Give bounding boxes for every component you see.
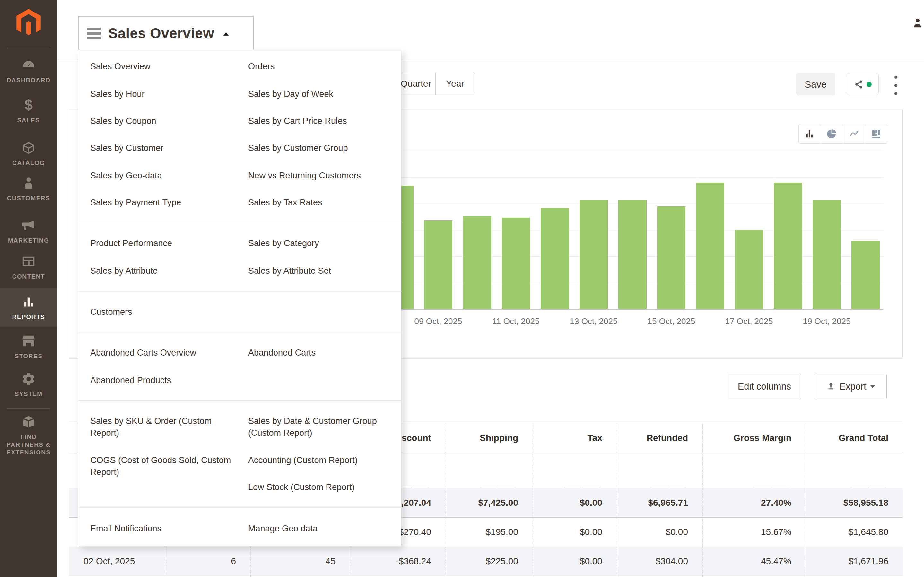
- sidebar-item-dashboard[interactable]: DASHBOARD: [0, 58, 57, 84]
- x-axis-tick: 09 Oct, 2025: [400, 316, 477, 326]
- sidebar-item-catalog[interactable]: CATALOG: [0, 140, 57, 167]
- menu-item[interactable]: Sales by SKU & Order (Custom Report): [90, 415, 236, 439]
- menu-divider: [78, 400, 402, 401]
- menu-item[interactable]: Abandoned Products: [90, 374, 236, 386]
- export-button[interactable]: Export: [814, 374, 887, 399]
- chart-type-line-button[interactable]: [843, 124, 865, 144]
- svg-text:$: $: [24, 98, 33, 113]
- sidebar-item-label: SALES: [0, 116, 57, 124]
- menu-item[interactable]: Low Stock (Custom Report): [248, 481, 394, 493]
- chart-bar[interactable]: [657, 206, 685, 309]
- menu-divider: [78, 332, 402, 332]
- admin-sidebar: DASHBOARD $ SALES CATALOG CUSTOMERS MARK…: [0, 0, 57, 577]
- chart-bar[interactable]: [696, 182, 724, 309]
- dollar-icon: $: [21, 108, 36, 114]
- sidebar-item-stores[interactable]: STORES: [0, 334, 57, 360]
- upload-icon: [826, 382, 836, 391]
- edit-columns-button[interactable]: Edit columns: [728, 374, 801, 399]
- chart-type-pie-button[interactable]: [821, 124, 843, 144]
- magento-logo[interactable]: [14, 8, 44, 39]
- dashboard-icon: [21, 68, 36, 74]
- chart-bar[interactable]: [502, 218, 530, 309]
- chevron-down-icon: [870, 385, 875, 388]
- share-button[interactable]: [847, 73, 879, 95]
- chart-bar[interactable]: [618, 200, 647, 309]
- menu-item[interactable]: Sales by Date & Customer Group (Custom R…: [248, 415, 394, 439]
- sidebar-item-label: MARKETING: [0, 237, 57, 245]
- sidebar-item-system[interactable]: SYSTEM: [0, 372, 57, 398]
- sidebar-item-sales[interactable]: $ SALES: [0, 98, 57, 124]
- menu-item[interactable]: Email Notifications: [90, 523, 236, 535]
- sidebar-item-label: CUSTOMERS: [0, 195, 57, 202]
- sidebar-item-label: STORES: [0, 352, 57, 360]
- menu-item[interactable]: Sales by Attribute: [90, 265, 236, 277]
- megaphone-icon: [21, 229, 36, 234]
- x-axis-tick: 15 Oct, 2025: [633, 316, 710, 326]
- table-row[interactable]: 02 Oct, 2025 6 45 -$368.24 $225.00 $0.00…: [69, 546, 903, 576]
- chart-bar[interactable]: [813, 200, 841, 309]
- menu-item[interactable]: Accounting (Custom Report): [248, 455, 394, 466]
- col-header-tax[interactable]: Tax: [533, 433, 617, 443]
- menu-item[interactable]: Product Performance: [90, 237, 236, 249]
- sidebar-item-customers[interactable]: CUSTOMERS: [0, 176, 57, 202]
- menu-item[interactable]: Sales by Customer Group: [248, 142, 394, 154]
- menu-item[interactable]: Sales by Payment Type: [90, 197, 236, 209]
- menu-item[interactable]: Sales by Day of Week: [248, 88, 394, 100]
- chart-type-bar-button[interactable]: [798, 124, 821, 144]
- chart-bar[interactable]: [463, 216, 491, 309]
- status-dot: [866, 82, 872, 87]
- col-header-gross-margin[interactable]: Gross Margin: [703, 433, 806, 443]
- menu-item[interactable]: Customers: [90, 306, 236, 318]
- col-header-refunded[interactable]: Refunded: [617, 433, 703, 443]
- chart-bar[interactable]: [774, 182, 802, 309]
- column-separator: [617, 423, 617, 577]
- kebab-menu-button[interactable]: [889, 76, 902, 95]
- chart-bar[interactable]: [579, 200, 608, 309]
- menu-item[interactable]: Abandoned Carts: [248, 347, 394, 359]
- chart-bar[interactable]: [851, 241, 880, 309]
- x-axis-tick: 11 Oct, 2025: [477, 316, 555, 326]
- column-separator: [806, 423, 806, 577]
- menu-item[interactable]: Orders: [248, 61, 394, 73]
- menu-item[interactable]: Sales Overview: [90, 61, 236, 73]
- sidebar-item-label: FIND PARTNERS & EXTENSIONS: [0, 433, 57, 456]
- sidebar-divider: [7, 48, 50, 48]
- chart-bar[interactable]: [735, 230, 763, 309]
- report-switcher-trigger[interactable]: Sales Overview: [78, 16, 254, 50]
- user-menu[interactable]: demo: [911, 17, 924, 29]
- sidebar-item-content[interactable]: CONTENT: [0, 254, 57, 280]
- hamburger-icon: [87, 27, 101, 39]
- sidebar-item-label: CONTENT: [0, 273, 57, 280]
- menu-item[interactable]: Sales by Cart Price Rules: [248, 115, 394, 127]
- menu-item[interactable]: Sales by Tax Rates: [248, 197, 394, 209]
- sidebar-item-reports[interactable]: REPORTS: [0, 288, 57, 327]
- chart-type-stacked-button[interactable]: [865, 124, 887, 144]
- x-axis-tick: 13 Oct, 2025: [555, 316, 632, 326]
- menu-item[interactable]: Sales by Category: [248, 237, 394, 249]
- period-year-button[interactable]: Year: [435, 73, 475, 95]
- sidebar-item-label: REPORTS: [0, 313, 57, 321]
- sidebar-item-marketing[interactable]: MARKETING: [0, 218, 57, 245]
- menu-item[interactable]: Abandoned Carts Overview: [90, 347, 236, 359]
- menu-item[interactable]: Sales by Geo-data: [90, 170, 236, 182]
- menu-item[interactable]: Manage Geo data: [248, 523, 394, 535]
- menu-item[interactable]: Sales by Customer: [90, 142, 236, 154]
- current-report-title: Sales Overview: [108, 25, 214, 41]
- menu-item[interactable]: Sales by Hour: [90, 88, 236, 100]
- window-icon: [21, 264, 36, 270]
- chart-bar[interactable]: [541, 208, 569, 309]
- menu-item[interactable]: Sales by Coupon: [90, 115, 236, 127]
- sidebar-item-find-partners[interactable]: FIND PARTNERS & EXTENSIONS: [0, 414, 57, 456]
- col-header-grand-total[interactable]: Grand Total: [806, 433, 903, 443]
- menu-item[interactable]: COGS (Cost of Goods Sold, Custom Report): [90, 455, 236, 478]
- menu-item[interactable]: New vs Returning Customers: [248, 170, 394, 182]
- chart-bar[interactable]: [424, 221, 452, 309]
- box-icon: [21, 151, 36, 156]
- save-button[interactable]: Save: [796, 73, 835, 95]
- menu-item[interactable]: Sales by Attribute Set: [248, 265, 394, 277]
- col-header-shipping[interactable]: Shipping: [446, 433, 533, 443]
- reports-dropdown-menu: Sales OverviewOrders Sales by HourSales …: [78, 50, 402, 546]
- menu-divider: [78, 223, 402, 223]
- period-quarter-button[interactable]: Quarter: [396, 73, 436, 95]
- chevron-up-icon: [223, 32, 229, 36]
